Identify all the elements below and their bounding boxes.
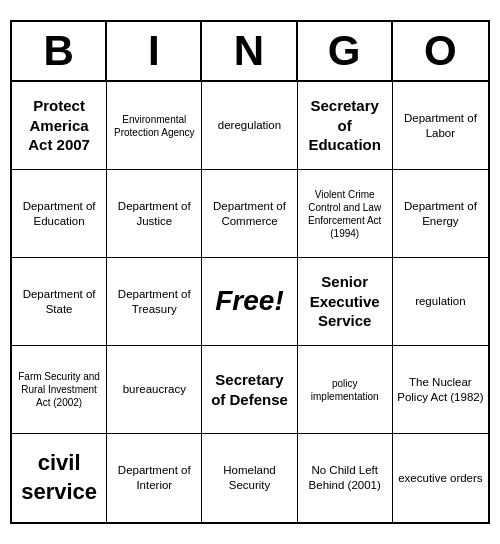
header-letter-i: I [107,22,202,80]
bingo-cell-13[interactable]: Senior Executive Service [298,258,393,346]
bingo-cell-23[interactable]: No Child Left Behind (2001) [298,434,393,522]
bingo-cell-14[interactable]: regulation [393,258,488,346]
header-letter-b: B [12,22,107,80]
bingo-cell-8[interactable]: Violent Crime Control and Law Enforcemen… [298,170,393,258]
header-letter-n: N [202,22,297,80]
bingo-cell-18[interactable]: policy implementation [298,346,393,434]
bingo-cell-19[interactable]: The Nuclear Policy Act (1982) [393,346,488,434]
bingo-cell-20[interactable]: civil service [12,434,107,522]
bingo-cell-4[interactable]: Department of Labor [393,82,488,170]
bingo-grid: Protect America Act 2007Environmental Pr… [12,82,488,522]
bingo-cell-5[interactable]: Department of Education [12,170,107,258]
bingo-cell-24[interactable]: executive orders [393,434,488,522]
bingo-cell-22[interactable]: Homeland Security [202,434,297,522]
bingo-cell-10[interactable]: Department of State [12,258,107,346]
bingo-header: BINGO [12,22,488,82]
bingo-cell-21[interactable]: Department of Interior [107,434,202,522]
bingo-cell-16[interactable]: bureaucracy [107,346,202,434]
bingo-cell-6[interactable]: Department of Justice [107,170,202,258]
bingo-cell-2[interactable]: deregulation [202,82,297,170]
bingo-cell-3[interactable]: Secretary of Education [298,82,393,170]
bingo-card: BINGO Protect America Act 2007Environmen… [10,20,490,524]
header-letter-g: G [298,22,393,80]
header-letter-o: O [393,22,488,80]
bingo-cell-15[interactable]: Farm Security and Rural Investment Act (… [12,346,107,434]
bingo-cell-9[interactable]: Department of Energy [393,170,488,258]
bingo-cell-12[interactable]: Free! [202,258,297,346]
bingo-cell-0[interactable]: Protect America Act 2007 [12,82,107,170]
bingo-cell-7[interactable]: Department of Commerce [202,170,297,258]
bingo-cell-1[interactable]: Environmental Protection Agency [107,82,202,170]
bingo-cell-17[interactable]: Secretary of Defense [202,346,297,434]
bingo-cell-11[interactable]: Department of Treasury [107,258,202,346]
